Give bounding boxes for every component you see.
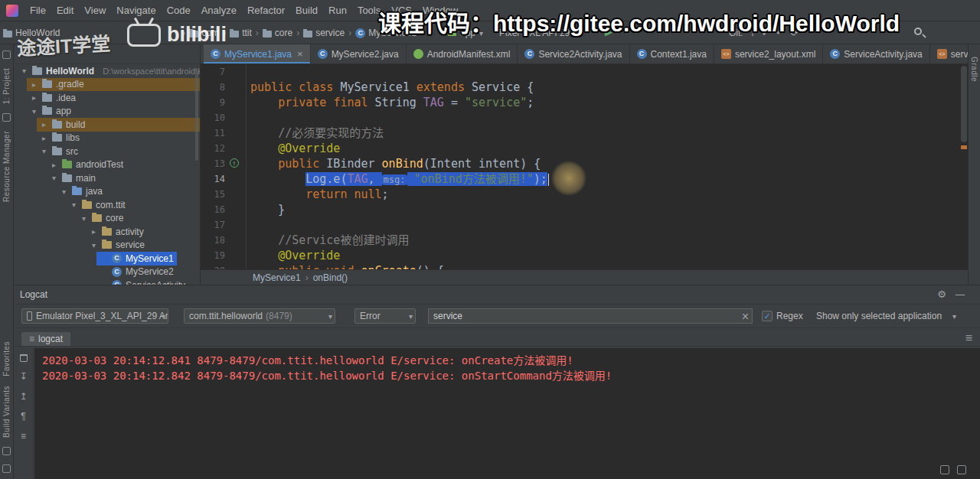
line-number[interactable]: 7 [201, 64, 225, 80]
more-icon[interactable]: ≡ [21, 431, 26, 442]
menu-item-file[interactable]: File [24, 3, 51, 18]
scroll-to-end-icon[interactable]: ↧ [19, 371, 27, 382]
menu-item-refactor[interactable]: Refactor [242, 3, 290, 18]
chevron-right-icon[interactable]: ▸ [40, 120, 48, 129]
layout-grid-icon[interactable] [940, 465, 949, 474]
line-number[interactable]: 17 [201, 217, 225, 233]
menu-item-view[interactable]: View [79, 3, 111, 18]
chevron-right-icon[interactable]: ▸ [40, 134, 48, 142]
logcat-device-dropdown[interactable]: Emulator Pixel_3_XL_API_29 And ▾ [21, 308, 168, 324]
line-number[interactable]: 20 [201, 263, 225, 269]
editor-tab-context1-java[interactable]: Context1.java [630, 44, 714, 64]
editor-breadcrumb-item-myservice1[interactable]: MyService1 [253, 272, 301, 283]
logcat-minimize-icon[interactable]: — [956, 285, 965, 304]
tree-item-helloworld[interactable]: ▾HelloWorldD:\workspace\ttit\android\H [14, 64, 200, 78]
editor-tab-androidmanifest-xml[interactable]: AndroidManifest.xml [407, 44, 518, 64]
logcat-settings-gear-icon[interactable]: ⚙ [937, 285, 946, 304]
chevron-right-icon[interactable]: ▸ [90, 227, 98, 236]
log-level-dropdown[interactable]: Error ▾ [354, 308, 416, 324]
regex-checkbox[interactable]: ✓ Regex [762, 311, 803, 321]
chevron-right-icon[interactable]: ▸ [30, 80, 38, 89]
menu-item-code[interactable]: Code [162, 3, 196, 18]
chevron-down-icon[interactable]: ▾ [90, 241, 98, 249]
tool-window-icon[interactable] [2, 113, 11, 122]
scrollbar-thumb[interactable] [961, 66, 967, 142]
tree-item-java[interactable]: ▾java [14, 185, 200, 199]
menu-item-run[interactable]: Run [323, 3, 352, 18]
window-icon[interactable] [957, 465, 966, 474]
search-everywhere-icon[interactable] [914, 28, 922, 35]
tree-item-com-ttit[interactable]: ▾com.ttit [14, 198, 200, 212]
line-number[interactable]: 8 [201, 80, 225, 95]
chevron-right-icon[interactable]: ▸ [50, 161, 58, 169]
menu-item-navigate[interactable]: Navigate [111, 3, 161, 18]
tool-window-label-resource-manager[interactable]: Resource Manager [2, 131, 11, 202]
chevron-right-icon[interactable]: ▸ [30, 93, 38, 102]
tool-window-label-favorites[interactable]: Favorites [2, 341, 11, 376]
line-number[interactable]: 13 [201, 156, 225, 171]
chevron-down-icon[interactable]: ▾ [50, 174, 58, 182]
tree-item-app[interactable]: ▾app [14, 105, 200, 119]
tool-window-icon[interactable] [2, 447, 11, 455]
line-number[interactable]: 18 [201, 233, 225, 248]
clear-search-icon[interactable]: × [742, 310, 749, 324]
tree-item-service[interactable]: ▾service [14, 239, 200, 253]
log-filter-dropdown[interactable]: Show only selected application ▾ [816, 311, 956, 321]
editor-tab-myservice2-java[interactable]: MyService2.java [311, 44, 407, 64]
tree-item-serviceactivity[interactable]: ServiceActivity [14, 279, 200, 285]
tree-item-build[interactable]: ▸build [14, 118, 200, 132]
tree-item-main[interactable]: ▾main [14, 171, 200, 185]
nav-crumb-ttit[interactable]: ttit [230, 28, 252, 38]
tool-window-label-gradle[interactable]: Gradle [970, 57, 978, 82]
tree-item-libs[interactable]: ▸libs [14, 132, 200, 145]
menu-item-edit[interactable]: Edit [51, 3, 79, 18]
line-number[interactable]: 16 [201, 202, 225, 217]
tab-options-icon[interactable]: ≡ [965, 331, 972, 345]
line-number[interactable]: 10 [201, 110, 225, 125]
menu-item-build[interactable]: Build [290, 3, 323, 18]
line-number[interactable]: 11 [201, 125, 225, 141]
tool-window-icon[interactable] [2, 51, 11, 59]
code-editor[interactable]: 78public class MyService1 extends Servic… [201, 64, 968, 269]
tree-item--idea[interactable]: ▸.idea [14, 91, 200, 105]
close-tab-icon[interactable]: × [297, 48, 303, 60]
tool-window-label-build-variants[interactable]: Build Variants [2, 386, 11, 438]
editor-tab-service2-layout-xml[interactable]: service2_layout.xml [714, 44, 823, 64]
line-number[interactable]: 19 [201, 248, 225, 263]
chevron-down-icon[interactable]: ▾ [80, 214, 88, 223]
logcat-search-input[interactable] [429, 309, 752, 323]
editor-scrollbar[interactable] [960, 64, 968, 269]
editor-tab-serviceactivity-java[interactable]: ServiceActivity.java [823, 44, 929, 64]
line-number[interactable]: 14 [201, 171, 225, 187]
tree-item-myservice1[interactable]: MyService1 [14, 252, 200, 266]
chevron-down-icon[interactable]: ▾ [60, 187, 68, 196]
tree-item-activity[interactable]: ▸activity [14, 225, 200, 239]
tree-item-androidtest[interactable]: ▸androidTest [14, 158, 200, 172]
override-marker-icon[interactable]: ↑ [230, 158, 239, 168]
tree-item-core[interactable]: ▾core [14, 212, 200, 226]
nav-crumb-core[interactable]: core [263, 28, 292, 38]
tool-window-label-1-project[interactable]: 1: Project [2, 68, 11, 104]
scroll-up-icon[interactable]: ↥ [19, 391, 27, 402]
tool-window-icon[interactable] [2, 464, 11, 473]
logcat-tab[interactable]: ≡ logcat [21, 332, 70, 346]
clear-log-icon[interactable] [20, 354, 28, 362]
nav-crumb-service[interactable]: service [303, 28, 345, 38]
tree-item-src[interactable]: ▾src [14, 145, 200, 158]
soft-wrap-icon[interactable]: ¶ [21, 411, 25, 422]
chevron-down-icon[interactable]: ▾ [40, 147, 48, 155]
logcat-process-dropdown[interactable]: com.ttit.helloworld (8479) ▾ [184, 308, 335, 324]
editor-tab-myservice1-java[interactable]: MyService1.java× [204, 44, 311, 64]
menu-item-analyze[interactable]: Analyze [196, 3, 242, 18]
chevron-down-icon[interactable]: ▾ [20, 67, 28, 75]
tree-item-myservice2[interactable]: MyService2 [14, 266, 200, 279]
editor-breadcrumb-item-onbind-[interactable]: onBind() [313, 272, 348, 283]
chevron-down-icon[interactable]: ▾ [30, 107, 38, 116]
line-number[interactable]: 12 [201, 141, 225, 156]
line-number[interactable]: 9 [201, 95, 225, 110]
line-number[interactable]: 15 [201, 187, 225, 202]
project-scrollbar[interactable] [195, 69, 198, 161]
editor-tab-service[interactable]: service [930, 44, 968, 64]
tree-item--gradle[interactable]: ▸.gradle [14, 78, 200, 92]
editor-tab-service2activity-java[interactable]: Service2Activity.java [518, 44, 629, 64]
